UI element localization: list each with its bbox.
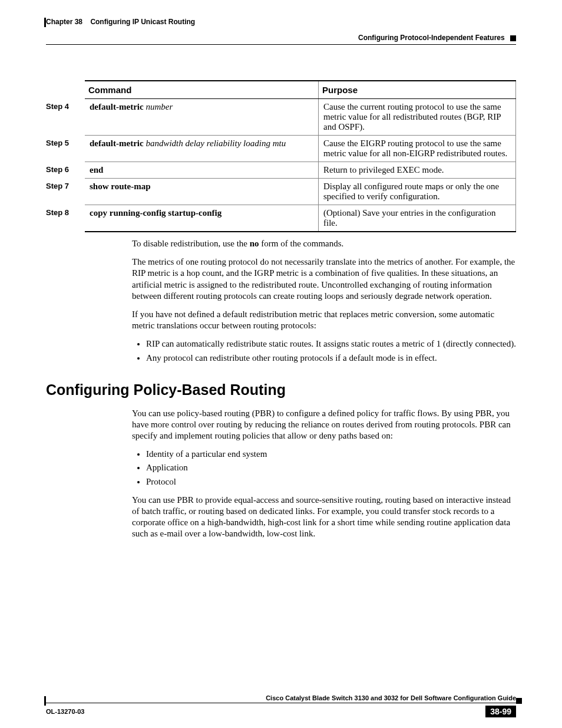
chapter-title: Configuring IP Unicast Routing [90,18,195,26]
table-header-row: Command Purpose [46,81,516,99]
footer-rule [46,703,516,703]
table-row: Step 8 copy running-config startup-confi… [46,205,516,232]
step-label: Step 8 [46,205,85,232]
table-row: Step 5 default-metric bandwidth delay re… [46,136,516,162]
paragraph: The metrics of one routing protocol do n… [132,256,516,302]
page-footer: Cisco Catalyst Blade Switch 3130 and 303… [46,694,516,717]
paragraph: You can use PBR to provide equal-access … [132,495,516,540]
list-item: Protocol [146,476,516,487]
purpose-cell: Cause the EIGRP routing protocol to use … [319,136,516,162]
step-label: Step 4 [46,99,85,136]
command-bold: copy running-config startup-config [90,208,222,218]
bullet-list: Identity of a particular end system Appl… [132,449,516,487]
body-text-block: To disable redistribution, use the no fo… [132,238,516,364]
footer-rule-marker [44,696,46,706]
command-bold: default-metric [90,102,144,111]
step-label: Step 7 [46,179,85,205]
command-cell: copy running-config startup-config [85,205,319,232]
footer-guide-title: Cisco Catalyst Blade Switch 3130 and 303… [46,694,516,701]
purpose-header: Purpose [319,81,516,99]
purpose-cell: Return to privileged EXEC mode. [319,162,516,179]
page-header: Chapter 38 Configuring IP Unicast Routin… [46,18,516,45]
command-bold: show route-map [90,182,150,191]
list-item: RIP can automatically redistribute stati… [146,338,516,350]
step-header-blank [46,81,85,99]
section-heading: Configuring Policy-Based Routing [46,381,516,398]
list-item: Any protocol can redistribute other rout… [146,353,516,364]
header-section: Configuring Protocol-Independent Feature… [358,34,516,42]
command-header: Command [85,81,319,99]
command-bold: end [90,165,103,174]
chapter-number: Chapter 38 [46,18,82,26]
text: To disable redistribution, use the [132,239,250,248]
bullet-list: RIP can automatically redistribute stati… [132,338,516,363]
command-italic: number [146,102,173,111]
footer-square-icon [516,698,522,704]
header-square-icon [510,35,516,41]
text-bold: no [250,239,259,248]
table-row: Step 6 end Return to privileged EXEC mod… [46,162,516,179]
table-row: Step 7 show route-map Display all config… [46,179,516,205]
command-bold: default-metric [90,139,144,148]
footer-page-number: 38-99 [485,706,516,717]
command-table: Command Purpose Step 4 default-metric nu… [46,80,516,232]
paragraph: If you have not defined a default redist… [132,309,516,331]
purpose-cell: (Optional) Save your entries in the conf… [319,205,516,232]
table-row: Step 4 default-metric number Cause the c… [46,99,516,136]
command-cell: default-metric number [85,99,319,136]
step-label: Step 6 [46,162,85,179]
paragraph: You can use policy-based routing (PBR) t… [132,408,516,442]
footer-doc-id: OL-13270-03 [46,708,84,715]
command-cell: end [85,162,319,179]
step-label: Step 5 [46,136,85,162]
list-item: Identity of a particular end system [146,449,516,460]
command-cell: default-metric bandwidth delay reliabili… [85,136,319,162]
list-item: Application [146,462,516,473]
header-chapter: Chapter 38 Configuring IP Unicast Routin… [46,18,195,26]
purpose-cell: Display all configured route maps or onl… [319,179,516,205]
body-text-block-2: You can use policy-based routing (PBR) t… [132,408,516,540]
command-cell: show route-map [85,179,319,205]
paragraph: To disable redistribution, use the no fo… [132,238,516,249]
purpose-cell: Cause the current routing protocol to us… [319,99,516,136]
command-italic: bandwidth delay reliability loading mtu [146,139,286,148]
text: form of the commands. [259,239,344,248]
section-name: Configuring Protocol-Independent Feature… [358,34,505,42]
